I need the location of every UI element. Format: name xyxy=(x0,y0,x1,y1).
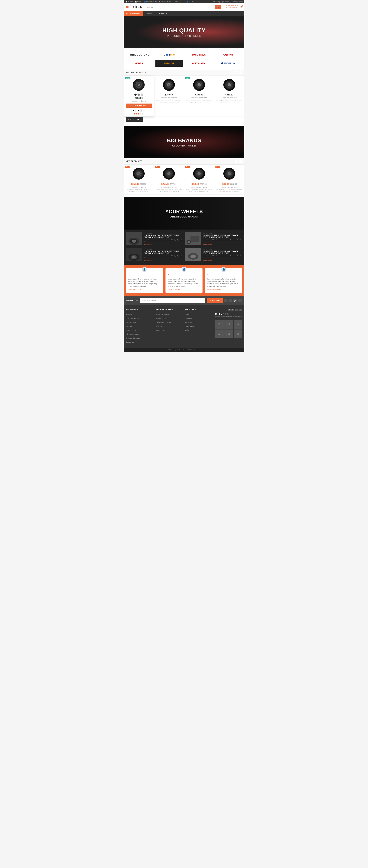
color-swatch-dark[interactable] xyxy=(134,93,137,96)
logo[interactable]: ✱ TYRES xyxy=(126,5,143,9)
footer-secure-link[interactable]: Secure Shopping xyxy=(156,317,168,319)
cart-area[interactable]: 🛒 0 xyxy=(240,6,242,8)
testimonial-name-3[interactable]: Lorem Ipsum Dolor xyxy=(207,289,240,290)
new-product-image-1 xyxy=(131,166,146,181)
read-more-4[interactable]: READ MORE xyxy=(203,260,212,262)
nav-tyres[interactable]: TYRES ▾ xyxy=(143,11,156,16)
search-button[interactable]: 🔍 xyxy=(215,5,221,9)
footer-privacy-link[interactable]: Privacy Policy xyxy=(126,321,136,323)
quickview-button-1[interactable]: ⊙ xyxy=(142,108,146,112)
footer-wishlist-link[interactable]: My Wishlist xyxy=(185,321,194,323)
hero-arrow-left[interactable]: ‹ xyxy=(125,30,127,34)
footer-about-link[interactable]: About Us xyxy=(126,313,132,315)
read-more-3[interactable]: READ MORE xyxy=(144,260,152,262)
footer-advanced-link[interactable]: Advanced Search xyxy=(126,333,139,335)
wheels-subtitle: ARE IN GOOD HANDS! xyxy=(165,215,203,218)
new-product-card-4: Sale $258.89 $368.99 Lorem ipsum dolor s… xyxy=(214,164,244,194)
footer-gplus-btn[interactable]: g+ xyxy=(235,309,238,311)
site-footer: INFORMATION About Us Customer Service Pr… xyxy=(124,305,244,348)
footer-signin-link[interactable]: Sign In xyxy=(185,313,190,315)
color-swatch-light[interactable] xyxy=(141,93,143,96)
footer-contact-link[interactable]: Contact Us xyxy=(126,341,134,343)
new-next-btn[interactable]: › xyxy=(239,160,242,163)
new-product-detail-2: Lorem ipsum dolor sit amet conse ctetur … xyxy=(156,188,182,192)
testimonial-quote-3: " xyxy=(207,274,240,277)
nav-checkout[interactable]: ✔ CHECKOUT xyxy=(174,1,184,2)
footer-orders-link[interactable]: Orders and Returns xyxy=(126,337,140,339)
brand-dunlop[interactable]: DUNLOP xyxy=(155,60,183,67)
blog-image-1 xyxy=(126,232,142,245)
newsletter-email-input[interactable] xyxy=(140,299,205,303)
add-to-cart-button-main[interactable]: ADD TO CART xyxy=(126,117,143,122)
insta-img-5[interactable]: 🖼 xyxy=(224,330,233,338)
read-more-1[interactable]: READ MORE xyxy=(144,244,152,246)
footer-help-link[interactable]: Help xyxy=(185,329,189,331)
special-prev-btn[interactable]: ‹ xyxy=(235,71,238,74)
footer-twitter-btn[interactable]: t xyxy=(232,309,234,311)
nav-login[interactable]: 👤 LOGIN xyxy=(186,1,194,2)
special-next-btn[interactable]: › xyxy=(239,71,242,74)
social-linkedin-btn[interactable]: in xyxy=(238,299,242,302)
nav-blog[interactable]: 📝 BLOG xyxy=(135,1,142,2)
insta-img-4[interactable]: 🖼 xyxy=(215,330,224,338)
footer-doruk-link[interactable]: Doruk Tablet xyxy=(156,329,164,331)
new-price-sale-1: $258.89 xyxy=(131,183,139,185)
add-to-cart-button-hover[interactable]: 🛒 ADD TO CART xyxy=(126,103,152,108)
footer-cart-link[interactable]: View Cart xyxy=(185,317,192,319)
brand-bridgestone[interactable]: BRIDGESTONE xyxy=(126,51,154,58)
blog-text-1: Lorem ipsum dolor sit amet conse ctetur … xyxy=(144,239,183,243)
nav-accessories[interactable]: ACCESSORIES xyxy=(124,11,143,16)
social-twitter-btn[interactable]: t xyxy=(228,299,232,302)
color-swatch-gray[interactable] xyxy=(137,93,140,96)
nav-wheels[interactable]: WHEELS xyxy=(156,11,170,16)
newsletter-subscribe-button[interactable]: SUBSCRIBE xyxy=(207,299,223,303)
insta-img-2[interactable]: 🖼 xyxy=(224,320,233,329)
social-googleplus-btn[interactable]: g+ xyxy=(233,299,237,302)
footer-information: INFORMATION About Us Customer Service Pr… xyxy=(126,309,153,344)
nav-my-account[interactable]: 👤 MY ACCOUNT xyxy=(144,1,157,2)
insta-img-6[interactable]: 🖼 xyxy=(234,330,242,338)
read-more-2[interactable]: READ MORE xyxy=(203,244,212,246)
testimonial-avatar-3: 👤 xyxy=(221,267,226,272)
footer-affiliates-link[interactable]: Affiliates xyxy=(156,326,162,327)
social-facebook-btn[interactable]: f xyxy=(224,299,227,302)
language-selector[interactable]: Your Language: English xyxy=(213,1,230,2)
brand-toyo[interactable]: TOYO TIRES xyxy=(185,51,213,58)
product-image-1 xyxy=(131,78,146,92)
nav-wishlist[interactable]: ♥ MY WISHLIST xyxy=(159,1,171,2)
brand-pirelli[interactable]: PIRELLI xyxy=(126,60,154,67)
blog-content-4: 06 / 12 / 2015 LOREM IPSUM DOLOR SIT AME… xyxy=(203,248,242,262)
footer-customer-link[interactable]: Customer Service xyxy=(126,317,139,319)
new-prev-btn[interactable]: ‹ xyxy=(235,160,238,163)
testimonial-name-2[interactable]: Lorem Ipsum Dolor xyxy=(167,289,201,290)
currency-selector[interactable]: Currency: USD xyxy=(232,1,243,2)
footer-track-link[interactable]: Track My Order xyxy=(185,326,196,327)
brand-firestone[interactable]: Firestone xyxy=(214,51,242,58)
nav-home[interactable]: 🏠 HOME xyxy=(125,1,133,2)
testimonials-grid: 👤 " Lorem ipsum dolor sit amet conse cte… xyxy=(126,268,242,292)
product-badge-3: New xyxy=(185,77,190,79)
wishlist-button-1[interactable]: ♥ xyxy=(131,108,136,112)
brand-michelin[interactable]: 🏔 MICHELIN xyxy=(214,60,242,67)
footer-international-link[interactable]: International Shipping xyxy=(156,321,171,323)
brand-yokohama[interactable]: YOKOHAMA xyxy=(185,60,213,67)
new-product-card-3: Sale $258.89 $368.99 Lorem ipsum dolor s… xyxy=(184,164,214,194)
rating-dot-5 xyxy=(142,113,143,115)
testimonial-name-1[interactable]: Lorem Ipsum Dolor xyxy=(128,289,161,290)
footer-search-link[interactable]: Search Terms xyxy=(126,329,136,331)
search-input[interactable] xyxy=(145,5,215,9)
footer-link-about: About Us xyxy=(126,312,153,316)
footer-sitemap-link[interactable]: Site Map xyxy=(126,326,132,327)
footer-facebook-btn[interactable]: f xyxy=(228,309,231,311)
testimonial-card-2: 👤 " Lorem ipsum dolor sit amet conse cte… xyxy=(165,268,203,292)
brand-goodyear[interactable]: GoodYear xyxy=(155,51,183,58)
new-price-sale-4: $258.89 xyxy=(222,183,229,185)
blog-image-3 xyxy=(126,248,142,261)
compare-button-1[interactable]: ⊕ xyxy=(136,108,141,112)
footer-shipping-link[interactable]: Shipping & Returns xyxy=(156,313,170,315)
footer-grid: INFORMATION About Us Customer Service Pr… xyxy=(126,309,242,344)
insta-img-1[interactable]: 🖼 xyxy=(215,320,224,329)
copyright-text: © 2015 Magenta Demo Store. All Rights Re… xyxy=(168,349,201,351)
insta-img-3[interactable]: 🖼 xyxy=(234,320,242,329)
footer-linkedin-btn[interactable]: in xyxy=(239,309,242,311)
